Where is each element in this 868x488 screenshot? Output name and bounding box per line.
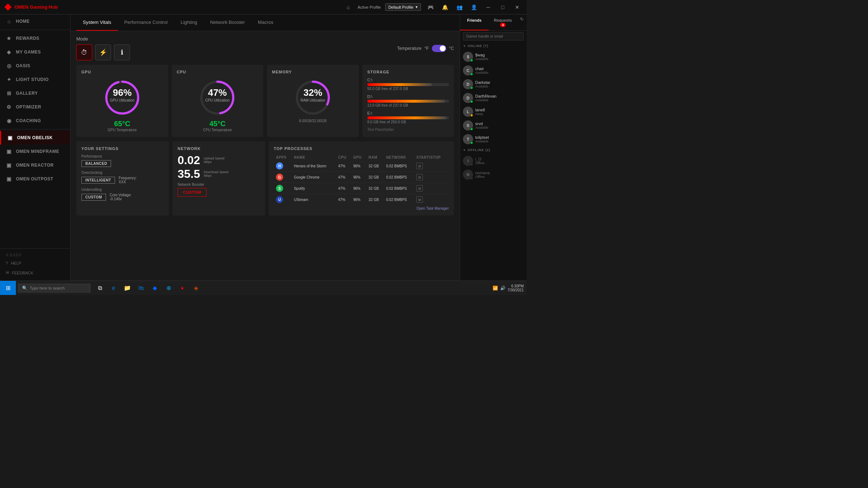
friend-item-offline[interactable]: I i_O Offline — [460, 154, 527, 168]
close-button[interactable]: ✕ — [512, 2, 522, 12]
hp-button[interactable]: ⊕ — [162, 281, 175, 295]
sidebar-item-coaching[interactable]: ◉ COACHING — [0, 114, 70, 128]
undervolting-row: Undervolting CUSTOM Core Voltage: -0.140… — [81, 188, 164, 201]
user-icon[interactable]: 👤 — [469, 2, 479, 12]
help-button[interactable]: ? HELP — [0, 258, 70, 268]
sidebar-item-omen-mindframe[interactable]: ▣ OMEN MINDFRAME — [0, 145, 70, 158]
tab-network-booster[interactable]: Network Booster — [204, 14, 251, 31]
mode-info-icon[interactable]: ℹ — [114, 44, 130, 60]
storage-drive-e: E:\ 8.0 GB free of 250.0 GB — [367, 111, 449, 124]
friends-search-input[interactable] — [463, 32, 524, 40]
network-status-icon[interactable]: 📶 — [493, 286, 498, 291]
friend-item-online[interactable]: L lane8 Away — [460, 105, 527, 119]
tab-friends[interactable]: Friends — [460, 14, 489, 30]
stop-process-button[interactable]: ⊘ — [416, 163, 423, 169]
tab-system-vitals[interactable]: System Vitals — [76, 14, 118, 31]
feedback-label: FEEDBACK — [12, 271, 33, 275]
friend-avatar: I — [463, 156, 473, 166]
logo-icon — [4, 4, 12, 11]
sidebar-item-omen-outpost[interactable]: ▣ OMEN OUTPOST — [0, 172, 70, 186]
friends-refresh-button[interactable]: ↻ — [517, 14, 527, 24]
sidebar-item-oasis[interactable]: ◎ OASIS — [0, 59, 70, 73]
mode-boost-icon[interactable]: ⚡ — [95, 44, 111, 60]
home-sidebar-icon: ⌂ — [6, 18, 12, 25]
main-layout: ⌂ HOME ★ REWARDS ◈ MY GAMES ◎ OASIS ✦ LI… — [0, 14, 527, 281]
volume-icon[interactable]: 🔊 — [500, 286, 506, 291]
taskbar-search-icon: 🔍 — [22, 286, 27, 291]
network-booster-label: Network Booster — [178, 183, 260, 187]
memory-card: MEMORY 32% RAM Utilization 8.00GB/32.00G… — [267, 65, 359, 137]
sidebar-item-gallery[interactable]: ⊞ GALLERY — [0, 86, 70, 100]
temperature-toggle-section: Temperature °F °C — [397, 45, 454, 52]
sidebar-item-my-games[interactable]: ◈ MY GAMES — [0, 45, 70, 59]
proc-gpu: 96% — [351, 160, 366, 172]
controller-icon[interactable]: 🎮 — [425, 2, 435, 12]
temp-unit-toggle[interactable] — [432, 45, 446, 52]
tab-requests[interactable]: Requests 4 — [489, 14, 517, 30]
omen-taskbar-button[interactable]: ♦ — [176, 281, 189, 295]
people-icon[interactable]: 👥 — [454, 2, 464, 12]
feedback-button[interactable]: ✉ FEEDBACK — [0, 268, 70, 278]
online-header-label: ONLINE (7) — [468, 44, 489, 48]
extra-app-button[interactable]: ◈ — [190, 281, 203, 295]
overclocking-button[interactable]: INTELLIGENT — [81, 177, 115, 184]
dropbox-button[interactable]: ◆ — [148, 281, 161, 295]
sidebar-item-rewards[interactable]: ★ REWARDS — [0, 31, 70, 45]
proc-gpu: 96% — [351, 183, 366, 194]
edge-browser-button[interactable]: e — [107, 281, 120, 295]
friend-name: DarthRevan — [475, 94, 524, 98]
performance-button[interactable]: BALANCED — [81, 160, 111, 167]
stop-process-button[interactable]: ⊘ — [416, 196, 423, 203]
sidebar-label-obelisk: OMEN OBELISK — [17, 135, 53, 140]
friend-item-offline[interactable]: N nomana Offline — [460, 168, 527, 181]
taskbar-date-value: 7/30/2021 — [508, 288, 524, 292]
friend-item-online[interactable]: D DarthRevan Available — [460, 91, 527, 105]
core-voltage-label: Core Voltage: — [110, 193, 132, 197]
online-section-header: ▼ ONLINE (7) — [460, 42, 527, 50]
processes-table: APPS NAME CPU GPU RAM NETWORK START/STOP — [274, 154, 449, 205]
sidebar-item-light-studio[interactable]: ✦ LIGHT STUDIO — [0, 73, 70, 86]
friend-item-online[interactable]: S srvd Available — [460, 119, 527, 132]
memory-used: 8.00GB/32.00GB — [299, 119, 327, 123]
proc-gpu: 96% — [351, 172, 366, 183]
col-gpu: GPU — [351, 154, 366, 160]
upload-value: 0.02 — [178, 154, 200, 166]
maximize-button[interactable]: □ — [498, 2, 508, 12]
taskbar-apps: ⧉ e 📁 🛍 ◆ ⊕ ♦ ◈ — [93, 281, 203, 295]
bell-icon[interactable]: 🔔 — [440, 2, 450, 12]
profile-dropdown[interactable]: Default Profile ▾ — [385, 3, 421, 11]
sidebar-item-omen-obelisk[interactable]: ▣ OMEN OBELISK — [0, 131, 70, 145]
sidebar-label-light-studio: LIGHT STUDIO — [16, 77, 49, 82]
file-explorer-button[interactable]: 📁 — [121, 281, 134, 295]
friend-item-online[interactable]: D Darkstar Available — [460, 77, 527, 91]
start-button[interactable]: ⊞ — [0, 281, 16, 295]
network-booster-custom-button[interactable]: CUSTOM — [178, 188, 207, 197]
taskview-button[interactable]: ⧉ — [93, 281, 106, 295]
stop-process-button[interactable]: ⊘ — [416, 185, 423, 192]
friend-item-online[interactable]: C chair Available — [460, 64, 527, 77]
friend-item-online[interactable]: $ $wag Available — [460, 50, 527, 64]
undervolting-button[interactable]: CUSTOM — [81, 194, 106, 201]
offline-arrow-icon: ▼ — [463, 149, 466, 152]
friend-status: Available — [475, 126, 524, 129]
stop-process-button[interactable]: ⊘ — [416, 174, 423, 180]
open-task-manager-link[interactable]: Open Task Manager — [274, 206, 449, 210]
minimize-button[interactable]: ─ — [483, 2, 493, 12]
drive-e-label: E:\ — [367, 111, 449, 115]
download-label: Download Speed — [204, 170, 229, 174]
tab-lighting[interactable]: Lighting — [174, 14, 204, 31]
tab-macros[interactable]: Macros — [251, 14, 280, 31]
upload-labels: Upload Speed Mbps — [204, 157, 224, 164]
top-processes-card: TOP PROCESSES APPS NAME CPU GPU RAM NETW… — [269, 141, 454, 215]
sidebar-item-home[interactable]: ⌂ HOME — [0, 14, 70, 28]
sidebar-item-optimizer[interactable]: ⚙ OPTIMIZER — [0, 100, 70, 114]
home-icon[interactable]: ⌂ — [343, 2, 353, 12]
mode-performance-icon[interactable]: ⏱ — [76, 44, 92, 60]
taskbar-search-box[interactable]: 🔍 Type here to search — [18, 284, 90, 292]
friend-status-dot — [470, 86, 473, 89]
friend-item-online[interactable]: T toliptset Available — [460, 132, 527, 146]
friend-avatar: S — [463, 120, 473, 130]
sidebar-item-omen-reactor[interactable]: ▣ OMEN REACTOR — [0, 158, 70, 172]
store-button[interactable]: 🛍 — [135, 281, 148, 295]
tab-performance-control[interactable]: Performance Control — [118, 14, 174, 31]
